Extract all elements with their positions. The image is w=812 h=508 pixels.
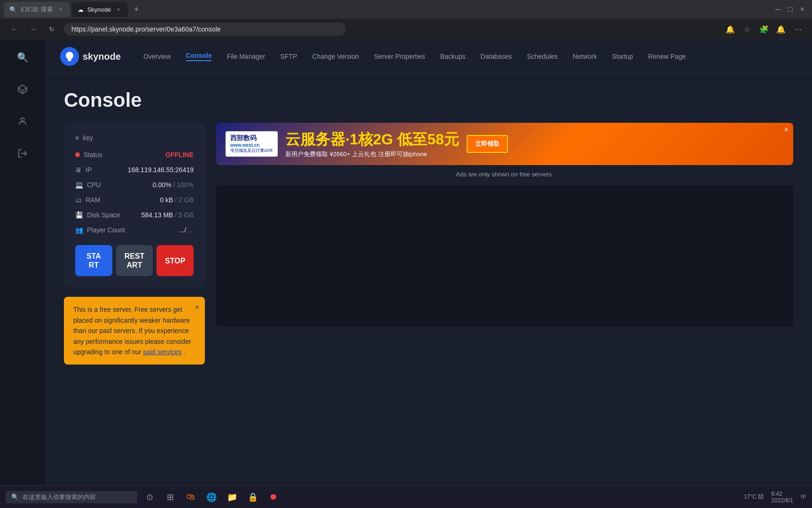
- tab-skynode[interactable]: ☁ Skynode ×: [72, 2, 128, 17]
- restart-button[interactable]: REST ART: [116, 245, 153, 276]
- ad-banner: 西部数码 www.west.cn 专注域名及云计算20年 云服务器·1核2G 低…: [216, 123, 793, 165]
- disk-icon: 💾: [75, 211, 83, 219]
- ad-note: Ads are only shown on free servers.: [216, 171, 793, 178]
- tab-title-skynode: Skynode: [87, 6, 111, 13]
- nav-overview[interactable]: Overview: [143, 53, 171, 60]
- ad-cta-button[interactable]: 立即领取: [467, 135, 508, 153]
- cpu-icon: 💻: [75, 181, 83, 189]
- nav-sftp[interactable]: SFTP: [280, 53, 297, 60]
- url-text: https://panel.skynode.pro/server/0e3a60a…: [71, 25, 221, 33]
- server-name: key: [83, 134, 93, 142]
- warning-close-button[interactable]: ×: [195, 302, 199, 314]
- player-row: 👥 Player Count .../ ...: [75, 226, 194, 234]
- nav-backups[interactable]: Backups: [440, 53, 466, 60]
- refresh-button[interactable]: ↻: [45, 23, 58, 36]
- nav-renew-page[interactable]: Renew Page: [648, 53, 686, 60]
- content-row: ≡ key Status OFFLINE 🖥: [64, 123, 793, 365]
- taskbar-edge-icon[interactable]: 🌐: [203, 489, 220, 506]
- browser-settings-icon[interactable]: ⋯: [791, 23, 804, 36]
- taskbar-search-icon: 🔍: [11, 493, 19, 500]
- ip-row: 🖥 IP 168.119.146.55:26419: [75, 166, 194, 174]
- tab-search[interactable]: 🔍 幻幻欢·搜索 ×: [4, 2, 70, 17]
- nav-file-manager[interactable]: File Manager: [227, 53, 265, 60]
- nav-startup[interactable]: Startup: [612, 53, 633, 60]
- warning-link[interactable]: paid services: [143, 348, 182, 356]
- action-buttons: STA RT REST ART STOP: [75, 245, 194, 276]
- warning-suffix: .: [183, 348, 185, 356]
- taskbar-cortana-icon[interactable]: ⊙: [141, 489, 158, 506]
- taskbar-search[interactable]: 🔍 在这里输入你要搜索的内容: [6, 491, 137, 503]
- logo-text: skynode: [83, 51, 121, 62]
- taskbar-app6-icon[interactable]: ⏺: [265, 489, 282, 506]
- disk-value: 584.13 MB / 5 GB: [141, 211, 194, 219]
- nav-server-properties[interactable]: Server Properties: [374, 53, 425, 60]
- nav-console[interactable]: Console: [186, 52, 212, 61]
- taskbar-app5-icon[interactable]: 🔒: [244, 489, 261, 506]
- ram-row: 🗂 RAM 0 kB / 2 GB: [75, 196, 194, 204]
- status-value: OFFLINE: [165, 151, 194, 159]
- ip-value: 168.119.146.55:26419: [128, 166, 194, 174]
- nav-network[interactable]: Network: [573, 53, 597, 60]
- sidebar: 🔍: [0, 40, 45, 508]
- ip-icon: 🖥: [75, 166, 82, 174]
- taskbar-store-icon[interactable]: 🛍: [182, 489, 199, 506]
- browser-notifications-icon[interactable]: 🔔: [774, 23, 788, 36]
- sidebar-icon-logout[interactable]: [12, 143, 33, 164]
- url-field[interactable]: https://panel.skynode.pro/server/0e3a60a…: [64, 23, 346, 36]
- card-header: ≡ key: [75, 134, 194, 142]
- right-column: 西部数码 www.west.cn 专注域名及云计算20年 云服务器·1核2G 低…: [216, 123, 793, 326]
- minimize-button[interactable]: ─: [775, 5, 781, 14]
- left-column: ≡ key Status OFFLINE 🖥: [64, 123, 205, 365]
- page-title: Console: [64, 89, 793, 111]
- address-bar: ← → ↻ https://panel.skynode.pro/server/0…: [0, 19, 812, 40]
- server-card: ≡ key Status OFFLINE 🖥: [64, 123, 205, 287]
- sidebar-icon-layers[interactable]: [12, 79, 33, 100]
- player-value: .../ ...: [179, 226, 194, 234]
- back-button[interactable]: ←: [8, 23, 21, 36]
- browser-toolbar: 🔔 ☆ 🧩 🔔 ⋯: [724, 23, 804, 36]
- sidebar-icon-user[interactable]: [12, 111, 33, 132]
- nav-change-version[interactable]: Change Version: [312, 53, 359, 60]
- cpu-row: 💻 CPU 0.00% / 100%: [75, 181, 194, 189]
- start-button[interactable]: STA RT: [75, 245, 112, 276]
- tab-bar: 🔍 幻幻欢·搜索 × ☁ Skynode × + ─ □ ×: [0, 0, 812, 19]
- ad-logo: 西部数码 www.west.cn 专注域名及云计算20年: [226, 131, 278, 157]
- browser-profile-icon[interactable]: 🧩: [757, 23, 771, 36]
- new-tab-button[interactable]: +: [130, 3, 143, 16]
- browser-chrome: 🔍 幻幻欢·搜索 × ☁ Skynode × + ─ □ × ← → ↻ htt…: [0, 0, 812, 40]
- tab-favicon-skynode: ☁: [78, 6, 84, 13]
- console-area[interactable]: [216, 185, 793, 326]
- ad-close-button[interactable]: ×: [784, 126, 789, 134]
- cpu-value: 0.00% / 100%: [153, 181, 194, 189]
- taskbar-task-view-icon[interactable]: ⊞: [162, 489, 179, 506]
- taskbar-weather: 17°C 阴: [744, 493, 764, 501]
- taskbar-pinned-apps: ⊙ ⊞ 🛍 🌐 📁 🔒 ⏺: [141, 489, 282, 506]
- svg-point-2: [21, 118, 24, 121]
- tab-favicon: 🔍: [9, 6, 17, 13]
- tab-close-search[interactable]: ×: [57, 6, 64, 13]
- stop-button[interactable]: STOP: [156, 245, 194, 276]
- sidebar-icon-search[interactable]: 🔍: [12, 47, 33, 68]
- taskbar-time: 8:42 2022/8/1: [771, 491, 793, 504]
- forward-button[interactable]: →: [26, 23, 39, 36]
- close-window-button[interactable]: ×: [800, 5, 804, 14]
- tab-close-skynode[interactable]: ×: [115, 6, 122, 13]
- top-nav: skynode Overview Console File Manager SF…: [45, 40, 812, 74]
- browser-extensions-icon[interactable]: 🔔: [724, 23, 737, 36]
- taskbar-explorer-icon[interactable]: 📁: [224, 489, 241, 506]
- main-content: skynode Overview Console File Manager SF…: [45, 40, 812, 508]
- nav-databases[interactable]: Databases: [481, 53, 512, 60]
- taskbar-system-tray: 17°C 阴 8:42 2022/8/1 中: [744, 491, 806, 504]
- player-label: 👥 Player Count: [75, 226, 125, 234]
- browser-favorites-icon[interactable]: ☆: [741, 23, 754, 36]
- logo: skynode: [60, 47, 121, 66]
- maximize-button[interactable]: □: [788, 5, 793, 14]
- nav-schedules[interactable]: Schedules: [527, 53, 557, 60]
- app-container: 🔍: [0, 40, 812, 508]
- warning-banner: × This is a free server. Free servers ge…: [64, 297, 205, 365]
- ad-headline: 云服务器·1核2G 低至58元 新用户免费领取 ¥2660+ 上云礼包 注册即可…: [285, 129, 459, 159]
- logo-icon: [60, 47, 79, 66]
- page-body: Console ≡ key Status: [45, 74, 812, 380]
- taskbar-input-method[interactable]: 中: [801, 493, 806, 501]
- disk-row: 💾 Disk Space 584.13 MB / 5 GB: [75, 211, 194, 219]
